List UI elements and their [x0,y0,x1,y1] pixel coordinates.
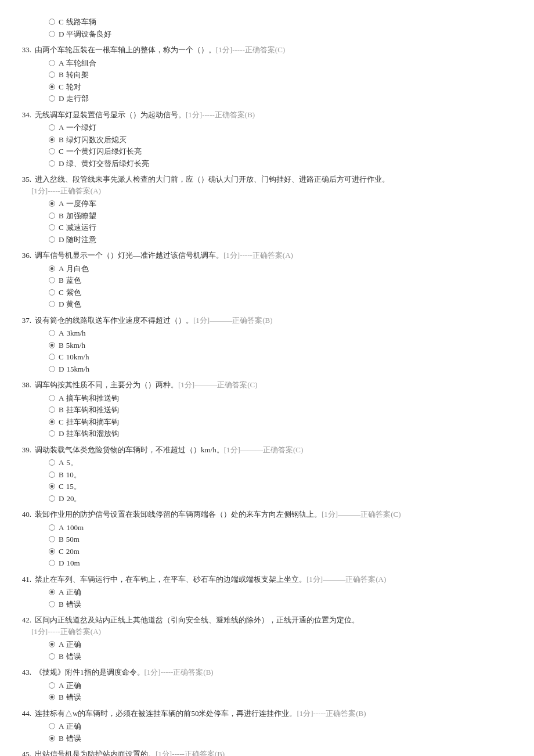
option-letter: A [59,263,64,275]
option-row[interactable]: A正确 [49,721,534,732]
radio-icon[interactable] [49,224,55,231]
radio-icon[interactable] [49,19,55,25]
option-row[interactable]: B蓝色 [49,275,534,286]
option-row[interactable]: C一个黄灯闪后绿灯长亮 [49,146,534,157]
radio-icon[interactable] [49,31,55,37]
option-row[interactable]: D挂车钩和溜放钩 [49,428,534,440]
option-row[interactable]: A一个绿灯 [49,122,534,134]
option-text: 正确 [66,680,81,692]
radio-icon[interactable] [49,430,55,437]
radio-icon[interactable] [49,71,55,78]
option-letter: C [59,546,64,557]
option-row[interactable]: A3km/h [49,327,534,339]
option-text: 10m [66,557,80,569]
option-row[interactable]: C减速运行 [49,222,534,233]
option-letter: C [59,287,64,298]
option-text: 正确 [66,721,81,732]
radio-icon[interactable] [49,136,55,143]
option-row[interactable]: C轮对 [49,81,534,93]
option-text: 摘车钩和推送钩 [66,393,119,404]
option-row[interactable]: B加强瞭望 [49,210,534,222]
option-row[interactable]: D黄色 [49,298,534,310]
radio-icon[interactable] [49,213,55,219]
radio-icon[interactable] [49,200,55,207]
radio-icon[interactable] [49,682,55,689]
radio-icon[interactable] [49,301,55,307]
radio-icon[interactable] [49,366,55,372]
radio-icon[interactable] [49,289,55,296]
question-header: 37.设有筒仓的线路取送车作业速度不得超过（）。[1分]———正确答案(B) [31,315,534,326]
question-text: 设有筒仓的线路取送车作业速度不得超过（）。 [35,316,193,325]
radio-icon[interactable] [49,536,55,542]
option-row[interactable]: C10km/h [49,351,534,363]
radio-icon[interactable] [49,601,55,607]
radio-icon[interactable] [49,277,55,283]
radio-icon[interactable] [49,406,55,413]
option-row[interactable]: A100m [49,522,534,534]
option-letter: A [59,393,64,404]
option-row[interactable]: B绿灯闪数次后熄灭 [49,134,534,146]
option-row[interactable]: A正确 [49,586,534,598]
option-row[interactable]: B5km/h [49,340,534,351]
radio-icon[interactable] [49,548,55,555]
radio-icon[interactable] [49,694,55,700]
radio-icon[interactable] [49,653,55,660]
option-row[interactable]: D绿、黄灯交替后绿灯长亮 [49,158,534,170]
option-row[interactable]: A正确 [49,639,534,650]
radio-icon[interactable] [49,160,55,167]
option-row[interactable]: B挂车钩和推送钩 [49,404,534,416]
radio-icon[interactable] [49,419,55,425]
radio-icon[interactable] [49,395,55,401]
radio-icon[interactable] [49,60,55,66]
option-row[interactable]: D20。 [49,493,534,505]
radio-icon[interactable] [49,148,55,154]
option-list: A月白色B蓝色C紫色D黄色 [49,263,534,310]
option-row[interactable]: A正确 [49,680,534,692]
radio-icon[interactable] [49,471,55,478]
radio-icon[interactable] [49,735,55,741]
option-row[interactable]: C紫色 [49,287,534,298]
option-row[interactable]: B错误 [49,651,534,663]
question: 42.区间内正线道岔及站内正线上其他道岔（引向安全线、避难线的除外），正线开通的… [31,614,534,662]
radio-icon[interactable] [49,483,55,489]
option-row[interactable]: D走行部 [49,93,534,105]
option-row[interactable]: B10。 [49,469,534,481]
radio-icon[interactable] [49,560,55,566]
radio-icon[interactable] [49,641,55,647]
option-row[interactable]: B错误 [49,733,534,744]
radio-icon[interactable] [49,589,55,595]
radio-icon[interactable] [49,95,55,102]
question-meta: [1分]———正确答案(C) [178,380,258,389]
option-row[interactable]: C15。 [49,481,534,492]
option-row[interactable]: B转向架 [49,69,534,81]
option-row[interactable]: C挂车钩和摘车钩 [49,416,534,428]
option-row[interactable]: A摘车钩和推送钩 [49,393,534,404]
radio-icon[interactable] [49,330,55,336]
option-letter: B [59,134,64,146]
radio-icon[interactable] [49,723,55,729]
question: 43.《技规》附件1指的是调度命令。[1分]-----正确答案(B)A正确B错误 [31,667,534,703]
option-row[interactable]: B错误 [49,692,534,703]
option-text: 挂车钩和溜放钩 [66,428,119,440]
radio-icon[interactable] [49,84,55,90]
radio-icon[interactable] [49,524,55,531]
option-row[interactable]: D10m [49,557,534,569]
radio-icon[interactable] [49,354,55,360]
option-row[interactable]: A5。 [49,457,534,469]
radio-icon[interactable] [49,236,55,243]
radio-icon[interactable] [49,459,55,466]
option-row[interactable]: D随时注意 [49,234,534,246]
option-row[interactable]: C线路车辆 [49,16,534,28]
option-row[interactable]: A一度停车 [49,198,534,210]
option-row[interactable]: B错误 [49,599,534,610]
radio-icon[interactable] [49,342,55,348]
radio-icon[interactable] [49,495,55,502]
option-row[interactable]: A车轮组合 [49,57,534,69]
option-row[interactable]: D15km/h [49,363,534,375]
radio-icon[interactable] [49,124,55,131]
option-row[interactable]: D平调设备良好 [49,28,534,40]
radio-icon[interactable] [49,265,55,272]
option-row[interactable]: B50m [49,534,534,545]
option-row[interactable]: A月白色 [49,263,534,275]
option-row[interactable]: C20m [49,546,534,557]
